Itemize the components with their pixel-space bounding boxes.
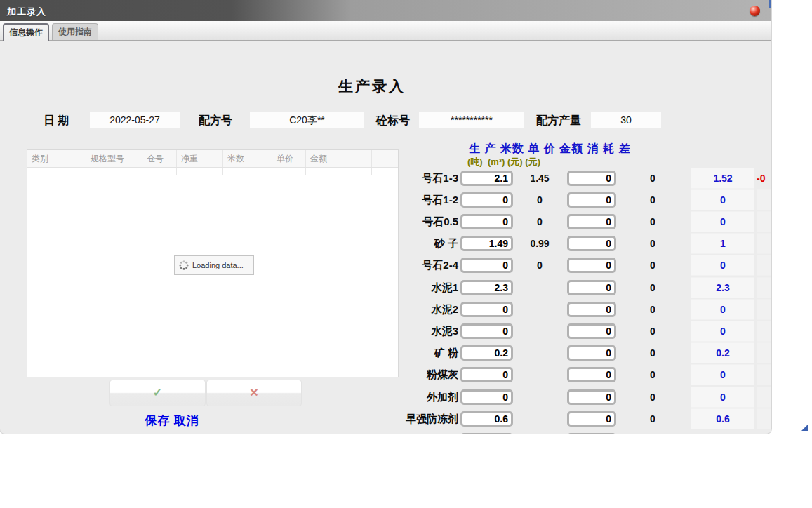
diff-value	[757, 387, 771, 407]
production-input[interactable]	[460, 280, 513, 295]
recipe-no-label: 配方号	[199, 114, 232, 128]
meters-value: 0.99	[514, 238, 566, 249]
tab-info-operation[interactable]: 信息操作	[3, 23, 49, 41]
recipe-no-field[interactable]: C20李**	[250, 112, 364, 128]
material-label: 外加剂	[393, 390, 458, 403]
window-edge-accent	[769, 0, 771, 8]
production-input[interactable]	[460, 302, 513, 317]
production-grid: 生 产 米数 单 价 金额 消 耗 差 (吨) (m³) (元) (元) 号石1…	[393, 140, 771, 434]
tab-user-guide[interactable]: 使用指南	[52, 23, 98, 40]
save-cancel-links[interactable]: 保存 取消	[112, 413, 232, 429]
column-header-1[interactable]: 规格型号	[86, 150, 142, 167]
empty-cell	[223, 168, 272, 175]
meters-value: 1.45	[514, 173, 566, 184]
production-input[interactable]	[460, 171, 513, 186]
material-label: 水泥2	[393, 302, 458, 316]
diff-value: -0	[757, 168, 771, 188]
grid-row: 水泥102.3	[393, 276, 771, 298]
cancel-button[interactable]: ✕	[206, 380, 302, 406]
production-input[interactable]	[460, 258, 513, 273]
amount-value: 0	[618, 194, 688, 206]
consume-value: 1	[691, 234, 754, 254]
meters-value: 0	[514, 260, 566, 271]
consume-value: 0	[691, 365, 754, 385]
column-header-4[interactable]: 米数	[223, 150, 272, 167]
production-input[interactable]	[460, 236, 513, 251]
concrete-grade-field[interactable]: ***********	[419, 112, 524, 128]
grid-row: 号石0.5000	[393, 210, 771, 232]
production-input[interactable]	[460, 323, 513, 339]
empty-cell	[272, 168, 306, 175]
page-title: 生产录入	[295, 76, 449, 96]
price-input[interactable]	[567, 214, 616, 229]
column-header-6[interactable]: 金额	[306, 150, 372, 167]
grid-row	[393, 429, 771, 434]
price-input[interactable]	[567, 433, 616, 434]
diff-value	[757, 299, 771, 319]
close-icon[interactable]	[750, 6, 760, 16]
price-input[interactable]	[567, 411, 616, 427]
diff-value	[757, 277, 771, 298]
price-input[interactable]	[567, 345, 616, 361]
grid-row: 早强防冻剂00.6	[393, 408, 771, 429]
grid-row: 水泥300	[393, 320, 771, 342]
production-input[interactable]	[460, 214, 513, 229]
column-header-3[interactable]: 净重	[177, 150, 223, 167]
consume-value: 0	[691, 211, 754, 232]
price-input[interactable]	[567, 258, 616, 273]
resize-grip-icon[interactable]	[801, 424, 808, 431]
title-bar: 加工录入	[0, 0, 771, 22]
grid-row: 矿 粉00.2	[393, 342, 771, 364]
concrete-grade-label: 砼标号	[376, 114, 410, 128]
amount-value: 0	[618, 238, 688, 249]
grid-row: 号石2-4000	[393, 255, 771, 276]
loading-text: Loading data...	[192, 261, 244, 269]
materials-table: 类别规格型号仓号净重米数单价金额 Loading data...	[27, 149, 399, 377]
empty-cell	[27, 168, 86, 175]
price-input[interactable]	[567, 323, 616, 339]
column-header-0[interactable]: 类别	[27, 150, 86, 167]
loading-spinner-icon	[179, 260, 189, 270]
consume-value: 1.52	[691, 168, 754, 188]
diff-value	[757, 234, 771, 254]
price-input[interactable]	[567, 302, 616, 317]
consume-value: 0	[691, 189, 754, 210]
column-header-5[interactable]: 单价	[272, 150, 306, 167]
recipe-output-field[interactable]: 30	[591, 112, 661, 128]
price-input[interactable]	[567, 171, 616, 186]
consume-value: 0.2	[691, 343, 754, 363]
grid-row: 号石1-31.4501.52-0	[393, 167, 771, 189]
amount-value: 0	[618, 304, 688, 315]
amount-value: 0	[618, 369, 688, 380]
app-window: 加工录入 信息操作 使用指南 生产录入 日 期 2022-05-27 配方号 C…	[0, 0, 771, 434]
price-input[interactable]	[567, 367, 616, 382]
price-input[interactable]	[567, 389, 616, 405]
price-input[interactable]	[567, 192, 616, 208]
date-field[interactable]: 2022-05-27	[90, 112, 180, 128]
grid-row: 粉煤灰00	[393, 364, 771, 386]
save-button[interactable]: ✓	[109, 380, 206, 406]
grid-row: 水泥200	[393, 298, 771, 320]
price-input[interactable]	[567, 280, 616, 295]
column-header-2[interactable]: 仓号	[142, 150, 177, 167]
production-input[interactable]	[460, 345, 513, 361]
consume-value: 0	[691, 321, 754, 341]
material-label: 号石1-2	[393, 193, 458, 206]
production-input[interactable]	[460, 389, 513, 405]
production-input[interactable]	[460, 192, 513, 208]
empty-cell	[177, 168, 223, 175]
price-input[interactable]	[567, 236, 616, 251]
diff-value	[757, 321, 771, 341]
production-input[interactable]	[460, 367, 513, 382]
production-input[interactable]	[460, 411, 513, 427]
diff-value	[757, 365, 771, 385]
amount-value: 0	[618, 260, 688, 271]
amount-value: 0	[618, 413, 688, 425]
production-input[interactable]	[460, 433, 513, 434]
meters-value: 0	[514, 216, 566, 227]
amount-value: 0	[618, 282, 688, 293]
diff-value	[757, 255, 771, 276]
meters-value: 0	[514, 194, 566, 206]
tab-strip: 信息操作 使用指南	[0, 21, 771, 41]
date-label: 日 期	[44, 114, 69, 128]
